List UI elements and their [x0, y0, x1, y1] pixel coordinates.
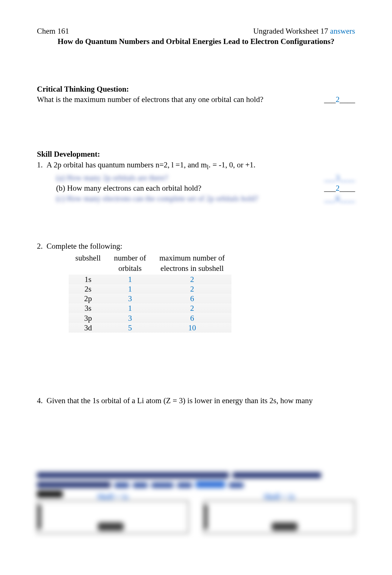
- question-4: 4. Given that the 1s orbital of a Li ato…: [37, 395, 355, 406]
- q1b-row: (b) How many electrons can each orbital …: [47, 183, 355, 193]
- cell-subshell: 3d: [69, 323, 107, 333]
- cell-orbitals: 3: [107, 313, 153, 323]
- worksheet-label: Ungraded Worksheet 17 answers: [253, 26, 355, 36]
- q1b-answer-blank: ___2____: [322, 183, 355, 193]
- question-1: 1. A 2p orbital has quantum numbers n=2,…: [37, 160, 355, 204]
- cell-subshell: 1s: [69, 275, 107, 284]
- cell-orbitals: 5: [107, 323, 153, 333]
- q1a-row: (a) How many 2p orbitals are there? ___3…: [47, 173, 355, 183]
- cell-electrons: 2: [153, 303, 231, 313]
- cell-orbitals: 1: [107, 284, 153, 294]
- critical-answer: 2: [336, 95, 340, 104]
- course-code: Chem 161: [37, 26, 69, 36]
- page-header: Chem 161 Ungraded Worksheet 17 answers: [37, 26, 355, 36]
- cell-subshell: 3p: [69, 313, 107, 323]
- table-row: 3d 5 10: [69, 323, 231, 333]
- skill-development-section: Skill Development: 1. A 2p orbital has q…: [37, 149, 355, 204]
- cell-orbitals: 1: [107, 303, 153, 313]
- q1-intro-a: A 2p orbital has quantum numbers n=2, l …: [47, 160, 207, 169]
- critical-heading: Critical Thinking Question:: [37, 84, 355, 94]
- cell-electrons: 10: [153, 323, 231, 333]
- cell-orbitals: 1: [107, 275, 153, 284]
- table-row: 3p 3 6: [69, 313, 231, 323]
- critical-question-row: What is the maximum number of electrons …: [37, 94, 355, 105]
- q1c-row: (c) How many electrons can the complete …: [47, 193, 355, 204]
- q1a-hidden-text: (a) How many 2p orbitals are there?: [56, 173, 168, 183]
- critical-answer-blank: ___2____: [322, 94, 355, 105]
- cell-electrons: 2: [153, 284, 231, 294]
- cell-subshell: 2p: [69, 294, 107, 303]
- page-title: How do Quantum Numbers and Orbital Energ…: [37, 36, 355, 47]
- cell-orbitals: 3: [107, 294, 153, 303]
- cell-electrons: 6: [153, 313, 231, 323]
- q1-number: 1.: [37, 160, 47, 204]
- hidden-footer: Shell = 1s Shell = 2s: [37, 472, 355, 534]
- cell-electrons: 2: [153, 275, 231, 284]
- subshell-table: subshell number oforbitals maximum numbe…: [69, 253, 231, 333]
- q1-intro-b: . = -1, 0, or +1.: [209, 160, 255, 169]
- hidden-panel-a: Shell = 1s: [37, 500, 189, 534]
- question-2-section: 2. Complete the following: subshell numb…: [37, 241, 355, 333]
- q1b-text: (b) How many electrons can each orbital …: [56, 183, 202, 193]
- q1b-answer: 2: [336, 184, 340, 193]
- question-2: 2. Complete the following: subshell numb…: [37, 241, 355, 333]
- question-4-section: 4. Given that the 1s orbital of a Li ato…: [37, 395, 355, 406]
- q1-intro: A 2p orbital has quantum numbers n=2, l …: [47, 160, 355, 172]
- q1a-hidden-answer: 3: [336, 173, 340, 182]
- panel-b-caption: Shell = 2s: [264, 491, 295, 502]
- hidden-panel-b: Shell = 2s: [203, 500, 355, 534]
- table-row: 3s 1 2: [69, 303, 231, 313]
- panel-a-caption: Shell = 1s: [97, 491, 129, 502]
- cell-subshell: 2s: [69, 284, 107, 294]
- col-orbitals: number oforbitals: [107, 253, 153, 275]
- q1c-answer-blank: ___6____: [322, 193, 355, 204]
- col-subshell: subshell: [69, 253, 107, 275]
- answers-label: answers: [330, 27, 355, 35]
- table-row: 2p 3 6: [69, 294, 231, 303]
- critical-question-text: What is the maximum number of electrons …: [37, 94, 263, 105]
- q2-prompt: Complete the following:: [47, 241, 355, 251]
- q1c-hidden-text: (c) How many electrons can the complete …: [56, 193, 258, 204]
- worksheet-prefix: Ungraded Worksheet 17: [253, 27, 330, 35]
- critical-thinking-section: Critical Thinking Question: What is the …: [37, 84, 355, 105]
- q1c-hidden-answer: 6: [336, 194, 340, 203]
- q2-number: 2.: [37, 241, 47, 333]
- skill-heading: Skill Development:: [37, 149, 355, 159]
- table-row: 2s 1 2: [69, 284, 231, 294]
- table-row: 1s 1 2: [69, 275, 231, 284]
- q4-text: Given that the 1s orbital of a Li atom (…: [47, 395, 355, 406]
- col-electrons: maximum number ofelectrons in subshell: [153, 253, 231, 275]
- cell-subshell: 3s: [69, 303, 107, 313]
- q1a-answer-blank: ___3____: [322, 173, 355, 183]
- cell-electrons: 6: [153, 294, 231, 303]
- q4-number: 4.: [37, 395, 47, 406]
